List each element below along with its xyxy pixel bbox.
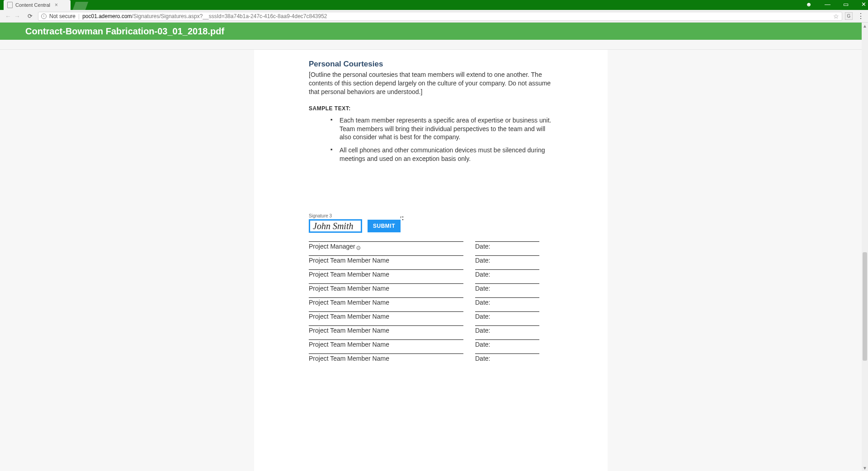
name-line: Project Team Member Name	[309, 283, 463, 297]
date-line: Date:	[475, 325, 539, 339]
document-canvas: Personal Courtesies [Outline the persona…	[0, 50, 862, 471]
signature-input[interactable]	[309, 219, 362, 233]
date-line: Date:	[475, 297, 539, 311]
page-icon	[7, 2, 13, 8]
browser-tab[interactable]: Content Central ×	[4, 0, 71, 10]
scrollbar-thumb[interactable]	[863, 252, 867, 361]
signature-row: Project Team Member Name Date:	[309, 353, 553, 367]
url-path: /Signatures/Signatures.aspx?__sssId=38a7…	[132, 13, 327, 19]
date-line: Date:	[475, 269, 539, 283]
signature-row: Project Team Member Name Date:	[309, 325, 553, 339]
address-bar: ← → ⟳ i Not secure | poc01.ademero.com/S…	[0, 10, 868, 23]
signature-row: Project Team Member Name Date:	[309, 283, 553, 297]
tab-close-button[interactable]: ×	[55, 2, 58, 8]
maximize-button[interactable]: ▭	[843, 1, 849, 8]
name-line: Project Team Member Name	[309, 297, 463, 311]
document-filename: Contract-Bowman Fabrication-03_01_2018.p…	[25, 26, 224, 37]
minimize-button[interactable]: —	[825, 1, 830, 8]
signature-row: Project Team Member Name Date:	[309, 269, 553, 283]
bookmark-star-icon[interactable]: ☆	[833, 13, 839, 20]
header-spacer	[0, 40, 868, 50]
scroll-up-arrow-icon[interactable]: ▲	[862, 23, 868, 29]
section-heading: Personal Courtesies	[309, 60, 553, 69]
date-line: Date:	[475, 283, 539, 297]
signature-row: Project Team Member Name Date:	[309, 297, 553, 311]
name-line: Project Team Member Name	[309, 325, 463, 339]
tab-title: Content Central	[15, 2, 50, 8]
signature-row: Project Team Member Name Date:	[309, 339, 553, 353]
role-label: Project Manager	[309, 243, 355, 250]
translate-button[interactable]: G	[845, 12, 853, 20]
signature-row: Project Team Member Name Date:	[309, 255, 553, 269]
window-titlebar: Content Central × ☻ — ▭ ✕	[0, 0, 868, 10]
back-button[interactable]: ←	[4, 13, 13, 20]
signature-row: Project Team Member Name Date:	[309, 311, 553, 325]
document-header: Contract-Bowman Fabrication-03_01_2018.p…	[0, 23, 868, 40]
signature-row: Project Manager⚙ Date:	[309, 241, 553, 255]
url-domain: poc01.ademero.com	[82, 13, 132, 19]
signature-field-label: Signature 3	[309, 213, 401, 218]
name-line: Project Manager⚙	[309, 241, 463, 255]
scroll-down-arrow-icon[interactable]: ▼	[862, 465, 868, 471]
gear-icon[interactable]: ⚙	[356, 245, 361, 251]
bullet-item: Each team member represents a specific a…	[330, 116, 553, 142]
name-line: Project Team Member Name	[309, 255, 463, 269]
bullet-list: Each team member represents a specific a…	[330, 116, 553, 163]
forward-button[interactable]: →	[13, 13, 22, 20]
window-controls: ☻ — ▭ ✕	[806, 1, 866, 8]
reload-button[interactable]: ⟳	[25, 13, 34, 19]
info-icon[interactable]: i	[41, 14, 47, 19]
close-window-button[interactable]: ✕	[861, 1, 866, 8]
date-line: Date:	[475, 241, 539, 255]
name-line: Project Team Member Name	[309, 311, 463, 325]
name-line: Project Team Member Name	[309, 339, 463, 353]
new-tab-button[interactable]	[73, 2, 89, 10]
name-line: Project Team Member Name	[309, 353, 463, 367]
date-line: Date:	[475, 339, 539, 353]
separator: |	[78, 13, 80, 19]
vertical-scrollbar[interactable]: ▲ ▼	[862, 23, 868, 471]
section-intro: [Outline the personal courtesies that te…	[309, 71, 553, 96]
bullet-item: All cell phones and other communication …	[330, 146, 553, 163]
signature-field-wrapper: Signature 3 SUBMIT	[309, 213, 401, 233]
user-icon[interactable]: ☻	[806, 1, 812, 8]
pdf-page: Personal Courtesies [Outline the persona…	[254, 50, 608, 471]
not-secure-label: Not secure	[49, 13, 75, 19]
date-line: Date:	[475, 353, 539, 367]
sample-text-label: SAMPLE TEXT:	[309, 105, 553, 112]
browser-menu-button[interactable]: ⋮	[857, 12, 864, 20]
signature-lines: Project Manager⚙ Date: Project Team Memb…	[309, 241, 553, 367]
name-line: Project Team Member Name	[309, 269, 463, 283]
date-line: Date:	[475, 311, 539, 325]
submit-button[interactable]: SUBMIT	[368, 220, 401, 232]
date-line: Date:	[475, 255, 539, 269]
url-input[interactable]: i Not secure | poc01.ademero.com/Signatu…	[38, 12, 842, 21]
